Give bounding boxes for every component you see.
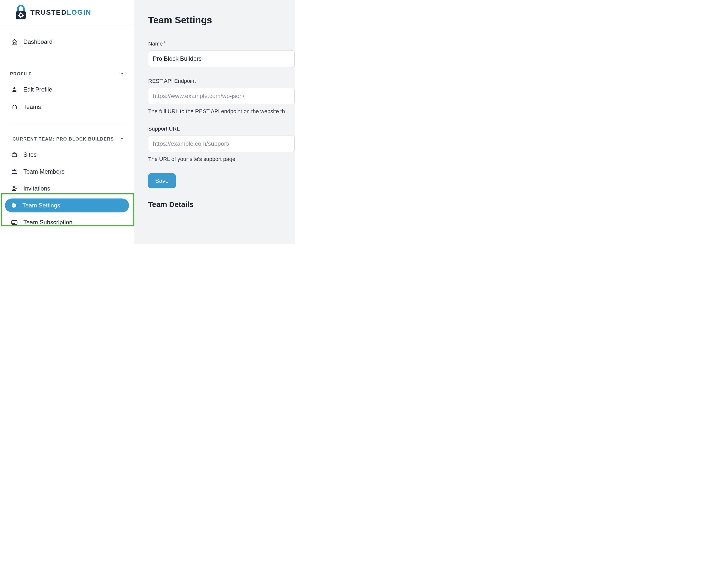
sidebar-item-label: Team Subscription xyxy=(23,219,72,226)
sidebar-section-current-team[interactable]: CURRENT TEAM: PRO BLOCK BUILDERS xyxy=(9,134,125,148)
field-name: Name* xyxy=(148,40,295,67)
rest-help-text: The full URL to the REST API endpoint on… xyxy=(148,108,295,115)
required-asterisk: * xyxy=(164,40,166,45)
sidebar-item-team-members[interactable]: Team Members xyxy=(9,165,125,178)
sidebar-item-label: Teams xyxy=(23,103,41,110)
credit-card-icon xyxy=(11,220,18,225)
sidebar-item-label: Sites xyxy=(23,151,37,158)
sidebar-item-label: Dashboard xyxy=(23,38,53,45)
svg-point-16 xyxy=(12,223,13,224)
svg-point-6 xyxy=(13,87,15,89)
home-icon xyxy=(11,38,18,45)
sidebar-item-sites[interactable]: Sites xyxy=(9,148,125,162)
field-rest-endpoint: REST API Endpoint The full URL to the RE… xyxy=(148,78,295,115)
name-label: Name* xyxy=(148,40,295,47)
sidebar-item-team-settings[interactable]: Team Settings xyxy=(5,198,129,213)
sidebar-item-label: Team Members xyxy=(23,168,64,175)
svg-rect-8 xyxy=(12,154,16,157)
page-title: Team Settings xyxy=(148,15,295,26)
svg-rect-0 xyxy=(16,11,26,20)
logo-text-part2: LOGIN xyxy=(67,8,91,16)
logo: TRUSTEDLOGIN xyxy=(0,0,134,25)
sidebar-item-label: Edit Profile xyxy=(23,86,52,93)
profile-nav-list: Edit Profile Teams xyxy=(9,83,125,114)
rest-label: REST API Endpoint xyxy=(148,78,295,84)
sidebar-item-team-subscription[interactable]: Team Subscription xyxy=(9,216,125,229)
team-details-title: Team Details xyxy=(148,200,295,209)
save-button[interactable]: Save xyxy=(148,173,176,188)
rest-endpoint-input[interactable] xyxy=(148,88,295,104)
support-label: Support URL xyxy=(148,126,295,132)
logo-text-part1: TRUSTED xyxy=(30,8,67,16)
support-help-text: The URL of your site's support page. xyxy=(148,156,295,162)
sidebar-item-edit-profile[interactable]: Edit Profile xyxy=(9,83,125,97)
divider xyxy=(9,124,125,124)
svg-point-11 xyxy=(14,169,15,171)
section-label: PROFILE xyxy=(10,70,120,77)
name-input[interactable] xyxy=(148,51,295,67)
sidebar-item-dashboard[interactable]: Dashboard xyxy=(9,35,125,49)
user-plus-icon xyxy=(11,186,18,192)
briefcase-icon xyxy=(11,152,18,158)
sidebar-nav: Dashboard PROFILE Edit Profile xyxy=(0,25,134,229)
sidebar-item-label: Invitations xyxy=(23,185,50,192)
app-root: TRUSTEDLOGIN Dashboard PROFILE xyxy=(0,0,295,244)
svg-rect-7 xyxy=(12,106,16,109)
logo-lock-icon xyxy=(15,5,27,20)
chevron-up-icon xyxy=(120,136,124,142)
sidebar-item-teams[interactable]: Teams xyxy=(9,100,125,114)
team-nav-list: Sites Team Members Invitations xyxy=(9,148,125,229)
section-label: CURRENT TEAM: PRO BLOCK BUILDERS xyxy=(10,136,120,143)
sidebar-section-profile[interactable]: PROFILE xyxy=(9,69,125,83)
briefcase-icon xyxy=(11,104,18,110)
users-icon xyxy=(11,169,18,174)
sidebar: TRUSTEDLOGIN Dashboard PROFILE xyxy=(0,0,134,244)
main-content: Team Settings Name* REST API Endpoint Th… xyxy=(134,0,295,244)
svg-point-17 xyxy=(14,223,14,224)
user-icon xyxy=(11,87,18,93)
divider xyxy=(9,59,125,59)
sidebar-item-label: Team Settings xyxy=(22,202,60,209)
svg-point-12 xyxy=(13,186,15,188)
support-url-input[interactable] xyxy=(148,136,295,152)
gear-icon xyxy=(10,202,17,208)
field-support-url: Support URL The URL of your site's suppo… xyxy=(148,126,295,162)
chevron-up-icon xyxy=(120,71,124,77)
logo-text: TRUSTEDLOGIN xyxy=(30,8,91,17)
sidebar-item-invitations[interactable]: Invitations xyxy=(9,182,125,196)
